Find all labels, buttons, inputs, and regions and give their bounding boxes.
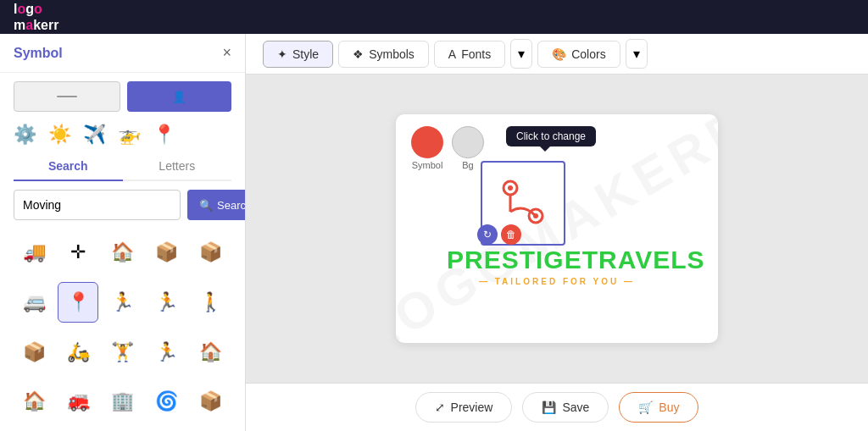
brand-tagline: — TAILORED FOR YOU — — [447, 277, 667, 286]
symbol-color-circle[interactable] — [411, 126, 443, 158]
toggle-person-btn[interactable]: 👤 — [127, 81, 232, 112]
icon-cell-runner1[interactable]: 🏃 — [102, 282, 142, 323]
person-icon: 👤 — [172, 91, 186, 103]
tooltip-text: Click to change — [516, 130, 586, 142]
topbar: logo makerr — [0, 0, 868, 34]
toolbar: ✦ Style ❖ Symbols A Fonts ▾ 🎨 Colors ▾ — [246, 34, 868, 75]
close-button[interactable]: × — [222, 44, 231, 62]
tooltip-box: Click to change — [506, 126, 596, 146]
fonts-button[interactable]: A Fonts — [434, 41, 505, 68]
preview-icon-5[interactable]: 📍 — [153, 124, 175, 146]
buy-label: Buy — [659, 401, 679, 414]
icons-grid: 🚚 ✛ 🏠 📦 📦 🚐 📍 🏃 🏃 🚶 📦 🛵 🏋 🏃 🏠 🏠 🚒 🏢 🌀 📦 — [0, 229, 245, 431]
preview-icon: ⤢ — [435, 401, 445, 414]
save-label: Save — [562, 401, 589, 414]
toggle-line-btn[interactable] — [14, 81, 120, 112]
search-icon: 🔍 — [199, 199, 213, 212]
app-logo: logo makerr — [14, 1, 58, 33]
fonts-chevron[interactable]: ▾ — [510, 39, 532, 69]
preview-icon-1[interactable]: ⚙️ — [14, 124, 36, 146]
canvas-wrapper: LOGOMAKERR Symbol Bg Click to change — [246, 75, 868, 383]
icon-cell-scooter[interactable]: 🛵 — [58, 332, 98, 373]
icon-cell-van[interactable]: 🚐 — [14, 282, 54, 323]
icon-cell-move[interactable]: ✛ — [58, 232, 98, 273]
style-label: Style — [292, 47, 319, 61]
tab-letters[interactable]: Letters — [123, 152, 232, 180]
symbols-label: Symbols — [369, 47, 415, 61]
chevron-down-icon-2: ▾ — [633, 46, 640, 62]
tab-search[interactable]: Search — [14, 152, 123, 181]
panel-header: Symbol × — [0, 34, 245, 73]
search-input[interactable] — [14, 190, 181, 220]
bg-color-wrap: Bg — [452, 126, 484, 170]
delete-icon-btn[interactable]: 🗑 — [501, 224, 521, 245]
icon-cell-box1[interactable]: 📦 — [147, 232, 187, 273]
icon-cell-building[interactable]: 🏢 — [102, 381, 142, 422]
svg-point-1 — [508, 185, 513, 191]
icon-cell-package[interactable]: 📦 — [14, 332, 54, 373]
panel-title: Symbol — [14, 46, 63, 61]
icon-cell-truck[interactable]: 🚚 — [14, 232, 54, 273]
symbol-color-wrap: Symbol — [411, 126, 443, 170]
icon-cell-lift[interactable]: 🏋 — [102, 332, 142, 373]
style-button[interactable]: ✦ Style — [263, 41, 333, 68]
icon-cell-walker[interactable]: 🚶 — [191, 282, 231, 323]
line-icon — [57, 96, 77, 97]
icon-cell-run3[interactable]: 🏃 — [147, 332, 187, 373]
preview-icon-3[interactable]: ✈️ — [83, 124, 106, 146]
symbol-color-label: Symbol — [412, 160, 443, 170]
search-button[interactable]: 🔍 Search — [187, 190, 246, 220]
icon-cell-home2[interactable]: 🏠 — [191, 332, 231, 373]
action-bar: ⤢ Preview 💾 Save 🛒 Buy — [246, 383, 868, 431]
buy-button[interactable]: 🛒 Buy — [619, 392, 698, 423]
search-row: 🔍 Search — [0, 181, 245, 229]
colors-chevron[interactable]: ▾ — [626, 39, 648, 69]
svg-point-4 — [533, 213, 538, 218]
icon-preview-row: ⚙️ ☀️ ✈️ 🚁 📍 — [0, 120, 245, 152]
icon-cell-crate[interactable]: 📦 — [191, 381, 231, 422]
main-layout: Symbol × 👤 ⚙️ ☀️ ✈️ 🚁 📍 Search Letters — [0, 34, 868, 431]
preview-button[interactable]: ⤢ Preview — [415, 392, 513, 423]
icon-cell-box2[interactable]: 📦 — [191, 232, 231, 273]
icon-cell-house3[interactable]: 🏠 — [14, 381, 54, 422]
icon-cell-pin[interactable]: 📍 — [58, 282, 98, 323]
colors-label: Colors — [571, 47, 605, 61]
icon-cell-pinmap[interactable]: 🌀 — [147, 381, 187, 422]
preview-icon-4[interactable]: 🚁 — [118, 124, 141, 146]
save-button[interactable]: 💾 Save — [522, 392, 609, 423]
preview-label: Preview — [451, 401, 493, 414]
color-circles: Symbol Bg — [411, 126, 484, 170]
search-button-label: Search — [217, 199, 246, 212]
left-panel: Symbol × 👤 ⚙️ ☀️ ✈️ 🚁 📍 Search Letters — [0, 34, 246, 431]
sub-tabs: Search Letters — [14, 152, 231, 181]
move-icon-btn[interactable]: ↻ — [477, 224, 498, 245]
action-icons: ↻ 🗑 — [477, 224, 521, 245]
icon-cell-runner2[interactable]: 🏃 — [147, 282, 187, 323]
symbols-icon: ❖ — [353, 47, 364, 61]
fonts-label: Fonts — [461, 47, 491, 61]
bg-color-label: Bg — [462, 160, 473, 170]
style-icon: ✦ — [277, 47, 287, 61]
toggle-button-group: 👤 — [0, 73, 245, 120]
save-icon: 💾 — [542, 401, 556, 414]
chevron-down-icon: ▾ — [518, 46, 525, 62]
brand-name: PRESTIGETRAVELS — [447, 246, 667, 274]
symbols-button[interactable]: ❖ Symbols — [338, 41, 429, 68]
fonts-icon: A — [448, 47, 456, 61]
bg-color-circle[interactable] — [452, 126, 484, 158]
icon-cell-house-move[interactable]: 🏠 — [102, 232, 142, 273]
colors-icon: 🎨 — [552, 47, 566, 61]
icon-cell-firetruck[interactable]: 🚒 — [58, 381, 98, 422]
canvas-area: ✦ Style ❖ Symbols A Fonts ▾ 🎨 Colors ▾ — [246, 34, 868, 431]
preview-icon-2[interactable]: ☀️ — [48, 124, 71, 146]
logo-canvas: LOGOMAKERR Symbol Bg Click to change — [396, 114, 718, 343]
buy-icon: 🛒 — [638, 401, 653, 414]
colors-button[interactable]: 🎨 Colors — [537, 41, 620, 68]
